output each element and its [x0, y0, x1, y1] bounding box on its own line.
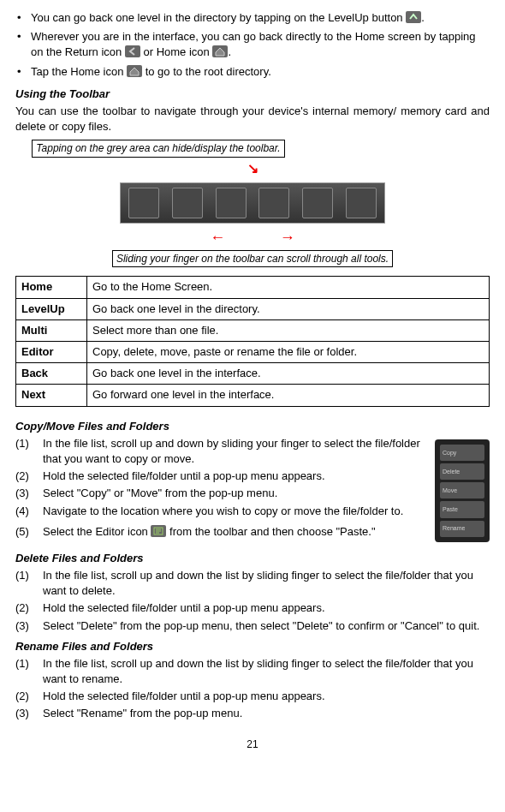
tool-back [302, 188, 333, 218]
step-text: Select "Rename" from the pop-up menu. [43, 707, 242, 719]
table-cell-desc: Go back one level in the interface. [87, 363, 490, 385]
home-icon [212, 45, 228, 57]
copy-move-step-5: (5) Select the Editor icon from the tool… [15, 524, 490, 540]
table-cell-desc: Go back one level in the directory. [87, 298, 490, 319]
step-number: (3) [15, 618, 29, 634]
table-row: HomeGo to the Home Screen. [16, 277, 490, 298]
step-number: (1) [15, 656, 29, 672]
step-number: (4) [15, 504, 29, 519]
step5-post: from the toolbar and then choose "Paste.… [169, 525, 376, 538]
table-cell-name: Multi [16, 319, 87, 341]
home-icon-2 [127, 65, 142, 77]
bullet-1: You can go back one level in the directo… [15, 10, 490, 26]
table-row: BackGo back one level in the interface. [16, 363, 490, 385]
bullet-2-text-mid: or Home icon [143, 45, 212, 58]
toolbar-image [120, 182, 385, 224]
list-item: (1)In the file list, scroll up and down … [15, 436, 490, 467]
step-number: (3) [15, 706, 29, 721]
table-cell-desc: Copy, delete, move, paste or rename the … [87, 342, 490, 363]
step-number: (1) [15, 436, 29, 451]
rename-steps: (1)In the file list, scroll up and down … [15, 656, 490, 722]
step-text: Select "Copy" or "Move" from the pop-up … [43, 487, 277, 499]
arrow-right-icon: → [280, 229, 295, 246]
copy-move-steps: (1)In the file list, scroll up and down … [15, 436, 490, 519]
step-text: Hold the selected file/folder until a po… [43, 690, 325, 702]
bullet-3-text-pre: Tap the Home icon [31, 65, 127, 78]
table-row: NextGo forward one level in the interfac… [16, 385, 490, 406]
editor-icon [151, 525, 166, 537]
list-item: (3)Select "Rename" from the pop-up menu. [15, 706, 490, 721]
tool-multi [216, 188, 247, 218]
bullet-1-text-pre: You can go back one level in the directo… [31, 11, 406, 24]
list-item: (1)In the file list, scroll up and down … [15, 656, 490, 687]
toolbar-figure [120, 182, 385, 224]
bullet-1-text-post: . [421, 11, 425, 24]
step-text: In the file list, scroll up and down by … [43, 437, 420, 465]
list-item: (2)Hold the selected file/folder until a… [15, 469, 490, 484]
bullet-3-text-post: to go to the root directory. [146, 65, 271, 78]
step-number: (3) [15, 486, 29, 501]
step-text: Hold the selected file/folder until a po… [43, 601, 325, 614]
intro-bullets: You can go back one level in the directo… [15, 10, 490, 80]
table-row: EditorCopy, delete, move, paste or renam… [16, 342, 490, 363]
delete-steps: (1)In the file list, scroll up and down … [15, 568, 490, 634]
step-text: Hold the selected file/folder until a po… [43, 469, 325, 482]
table-row: LevelUpGo back one level in the director… [16, 298, 490, 319]
arrow-left-icon: ← [210, 229, 225, 246]
step-number: (2) [15, 469, 29, 484]
bullet-2: Wherever you are in the interface, you c… [15, 29, 490, 60]
table-cell-name: Next [16, 385, 87, 406]
table-cell-name: Back [16, 363, 87, 385]
tool-editor [258, 188, 289, 218]
table-cell-name: Editor [16, 342, 87, 363]
using-toolbar-heading: Using the Toolbar [15, 87, 490, 102]
tool-levelup [172, 188, 203, 218]
step-text: Navigate to the location where you wish … [43, 505, 403, 517]
using-toolbar-para: You can use the toolbar to navigate thro… [15, 104, 490, 134]
page-number: 21 [15, 737, 490, 752]
list-item: (2)Hold the selected file/folder until a… [15, 689, 490, 704]
step-text: In the file list, scroll up and down the… [43, 569, 473, 597]
table-cell-desc: Select more than one file. [87, 319, 490, 341]
step-number: (2) [15, 689, 29, 704]
step-5: (5) Select the Editor icon from the tool… [15, 524, 490, 540]
table-cell-name: Home [16, 277, 87, 298]
tool-home [128, 188, 159, 218]
table-cell-desc: Go forward one level in the interface. [87, 385, 490, 406]
list-item: (2)Hold the selected file/folder until a… [15, 600, 490, 616]
list-item: (3)Select "Copy" or "Move" from the pop-… [15, 486, 490, 501]
list-item: (4)Navigate to the location where you wi… [15, 504, 490, 519]
rename-heading: Rename Files and Folders [15, 639, 490, 654]
list-item: (3)Select "Delete" from the pop-up menu,… [15, 618, 490, 634]
step-number: (2) [15, 600, 29, 616]
copy-move-heading: Copy/Move Files and Folders [15, 419, 490, 434]
table-cell-desc: Go to the Home Screen. [87, 277, 490, 298]
arrow-down-icon: ↘ [247, 161, 258, 176]
levelup-icon [406, 11, 421, 23]
toolbar-table: HomeGo to the Home Screen.LevelUpGo back… [15, 276, 490, 406]
step-text: Select "Delete" from the pop-up menu, th… [43, 619, 479, 632]
step-number: (1) [15, 568, 29, 583]
callout-bottom: Sliding your finger on the toolbar can s… [112, 250, 393, 268]
bullet-2-text-pre: Wherever you are in the interface, you c… [31, 30, 476, 58]
list-item: (1)In the file list, scroll up and down … [15, 568, 490, 599]
bullet-3: Tap the Home icon to go to the root dire… [15, 64, 490, 80]
step5-pre: Select the Editor icon [43, 525, 151, 538]
table-row: MultiSelect more than one file. [16, 319, 490, 341]
bullet-2-text-post: . [228, 45, 231, 58]
table-cell-name: LevelUp [16, 298, 87, 319]
step-text: In the file list, scroll up and down the… [43, 657, 473, 685]
tool-next [346, 188, 377, 218]
callout-top: Tapping on the grey area can hide/displa… [32, 140, 284, 158]
return-icon [125, 45, 140, 57]
delete-heading: Delete Files and Folders [15, 551, 490, 566]
